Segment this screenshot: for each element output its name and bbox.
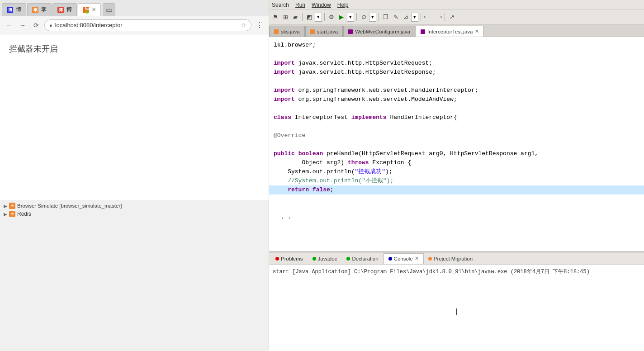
toolbar-icon-play[interactable]: ▶	[337, 13, 346, 22]
browser-content: 拦截器未开启	[0, 34, 269, 200]
toolbar-icon-8[interactable]: ⊿	[401, 13, 410, 22]
code-area[interactable]: lkl.browser; import javax.servlet.http.H…	[269, 37, 644, 251]
editor-tab-sks[interactable]: sks.java	[269, 26, 305, 37]
browser-tab-1[interactable]: 博 博	[2, 3, 26, 16]
tab-favicon-1: 博	[7, 7, 13, 13]
code-line-return: return false;	[269, 185, 644, 194]
browser-tab-2[interactable]: 李 李	[27, 3, 52, 16]
project-icon-redis: ⚑	[9, 211, 15, 217]
toolbar-icon-5[interactable]: ⊙	[359, 13, 368, 22]
editor-tab-interceptortest[interactable]: InterceptorTest.java ✕	[416, 26, 484, 37]
editor-tab-webmvc[interactable]: WebMvcConfigurer.java	[343, 26, 415, 37]
code-content-method1: public boolean preHandle(HttpServletRequ…	[274, 149, 639, 158]
code-line-comment: //System.out.println("不拦截");	[269, 176, 644, 185]
code-line-import1: import javax.servlet.http.HttpServletReq…	[269, 59, 644, 68]
toolbar-icon-11[interactable]: ↗	[447, 13, 456, 22]
console-empty-space	[273, 275, 640, 303]
lock-icon: ●	[49, 23, 52, 28]
code-line-method2: Object arg2) throws Exception {	[269, 158, 644, 167]
tab-icon-interceptortest	[421, 29, 425, 34]
toolbar-dropdown-1[interactable]: ▾	[315, 13, 322, 22]
code-line-import3: import org.springframework.web.servlet.H…	[269, 86, 644, 95]
dropdown-label-4: ▾	[413, 14, 416, 20]
editor-tab-label-start: start.java	[317, 29, 338, 34]
project-label-redis: Redis	[17, 211, 31, 217]
browser-tab-4[interactable]: 🍃 ✕	[78, 3, 101, 16]
back-button[interactable]: ←	[4, 20, 14, 31]
toolbar-icon-10[interactable]: ⟶	[433, 13, 442, 22]
toolbar-sep-6	[445, 13, 445, 21]
editor-tab-label-sks: sks.java	[281, 29, 300, 34]
menu-help[interactable]: Help	[337, 2, 349, 8]
console-tab-close-icon[interactable]: ✕	[415, 256, 419, 261]
editor-tab-start[interactable]: start.java	[305, 26, 343, 37]
code-content-import2: import javax.servlet.http.HttpServletRes…	[274, 68, 639, 77]
browser-tab-3[interactable]: 博 博	[52, 3, 77, 16]
toolbar-dropdown-3[interactable]: ▾	[369, 13, 376, 22]
expand-icon-redis: ▶	[4, 212, 7, 217]
browser-menu-button[interactable]: ⋮	[254, 20, 265, 31]
tab-dot-javadoc	[313, 257, 316, 261]
code-line-import2: import javax.servlet.http.HttpServletRes…	[269, 68, 644, 77]
console-cursor-area	[273, 303, 640, 321]
forward-button[interactable]: →	[17, 20, 28, 31]
ide-code-main: lkl.browser; import javax.servlet.http.H…	[269, 37, 644, 351]
code-line-2	[269, 50, 644, 59]
browser-sidebar-area: ▶ ⚑ Browser Simulate [browser_simulate_m…	[0, 200, 269, 351]
toolbar-icon-7[interactable]: ✎	[391, 13, 400, 22]
code-line-dots: . .	[269, 213, 644, 222]
menu-run[interactable]: Run	[295, 2, 305, 8]
bottom-tab-problems[interactable]: Problems	[271, 253, 308, 264]
dropdown-label-3: ▾	[371, 14, 374, 20]
toolbar-sep-2	[324, 13, 325, 21]
code-content-import3: import org.springframework.web.servlet.H…	[274, 86, 639, 95]
url-text: localhost:8080/interceptor	[55, 22, 123, 28]
ide-toolbar: ⚑ ⊞ ▰ ◩ ▾ ⚙ ▶ ▾ ⊙ ▾ ❒ ✎ ⊿ ▾	[269, 10, 644, 24]
toolbar-icon-9[interactable]: ⟵	[423, 13, 432, 22]
bottom-tab-declaration[interactable]: Declaration	[342, 253, 383, 264]
code-line-1: lkl.browser;	[269, 41, 644, 50]
menu-window[interactable]: Window	[312, 2, 331, 8]
bottom-tab-projectmigration[interactable]: Project Migration	[424, 253, 478, 264]
code-content-import4: import org.springframework.web.servlet.M…	[274, 95, 639, 104]
project-icon-browser: ⚑	[9, 203, 15, 209]
bottom-tab-javadoc[interactable]: Javadoc	[308, 253, 342, 264]
code-line-3	[269, 77, 644, 86]
toolbar-icon-1[interactable]: ⚑	[271, 13, 280, 22]
console-text: start [Java Application] C:\Program File…	[273, 269, 590, 275]
code-line-5	[269, 122, 644, 131]
tab-dot-console	[388, 257, 392, 261]
code-line-7	[269, 194, 644, 204]
tab-label-3: 博	[66, 6, 72, 14]
toolbar-icon-4[interactable]: ◩	[305, 13, 314, 22]
toolbar-icon-2[interactable]: ⊞	[281, 13, 290, 22]
browser-tabs: 博 博 李 李 博 博 🍃 ✕ ▭	[0, 0, 269, 16]
toolbar-dropdown-4[interactable]: ▾	[411, 13, 418, 22]
console-output: start [Java Application] C:\Program File…	[269, 265, 644, 351]
project-item-browser-simulate[interactable]: ▶ ⚑ Browser Simulate [browser_simulate_m…	[0, 202, 269, 210]
bottom-tab-label-problems: Problems	[281, 256, 303, 261]
tab-label-1: 博	[16, 6, 21, 14]
refresh-button[interactable]: ⟳	[31, 20, 42, 31]
address-bar[interactable]: ● localhost:8080/interceptor ☆	[44, 19, 251, 31]
tab-dot-declaration	[346, 257, 350, 261]
page-content-text: 拦截器未开启	[9, 44, 58, 53]
code-line-8	[269, 204, 644, 213]
tab-close-icon-interceptortest[interactable]: ✕	[475, 28, 479, 34]
toolbar-icon-3[interactable]: ▰	[291, 13, 300, 22]
toolbar-icon-6[interactable]: ❒	[381, 13, 390, 22]
bookmark-icon[interactable]: ☆	[241, 22, 246, 28]
code-line-override: @Override	[269, 131, 644, 140]
bottom-tab-console[interactable]: Console ✕	[384, 253, 424, 264]
toolbar-sep-4	[379, 13, 379, 21]
code-content-class: class InterceptorTest implements Handler…	[274, 113, 639, 122]
new-tab-button[interactable]: ▭	[103, 3, 115, 16]
toolbar-icon-debug[interactable]: ⚙	[327, 13, 336, 22]
tab-close-icon-4[interactable]: ✕	[92, 7, 96, 13]
project-item-redis[interactable]: ▶ ⚑ Redis	[0, 210, 269, 218]
toolbar-dropdown-2[interactable]: ▾	[347, 13, 354, 22]
code-content-println: System.out.println("拦截成功");	[274, 167, 639, 176]
ide-window: Search Run Window Help ⚑ ⊞ ▰ ◩ ▾ ⚙ ▶ ▾ ⊙…	[269, 0, 644, 351]
menu-search[interactable]: Search	[272, 2, 289, 8]
cursor-icon	[456, 308, 457, 315]
